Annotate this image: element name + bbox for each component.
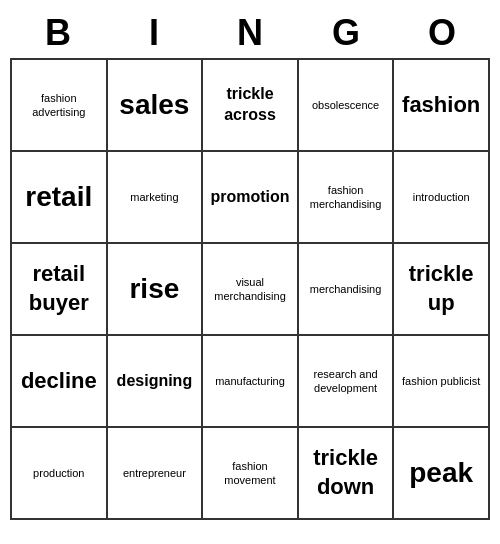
bingo-cell: visual merchandising xyxy=(203,244,299,336)
bingo-cell: rise xyxy=(108,244,204,336)
bingo-cell: fashion merchandising xyxy=(299,152,395,244)
cell-text: visual merchandising xyxy=(207,275,293,304)
header-letter: N xyxy=(202,8,298,58)
bingo-cell: peak xyxy=(394,428,490,520)
header-letter: O xyxy=(394,8,490,58)
bingo-cell: fashion movement xyxy=(203,428,299,520)
cell-text: promotion xyxy=(210,187,289,208)
bingo-cell: manufacturing xyxy=(203,336,299,428)
bingo-cell: research and development xyxy=(299,336,395,428)
cell-text: obsolescence xyxy=(312,98,379,112)
bingo-cell: trickle across xyxy=(203,60,299,152)
bingo-cell: sales xyxy=(108,60,204,152)
bingo-cell: fashion publicist xyxy=(394,336,490,428)
cell-text: introduction xyxy=(413,190,470,204)
bingo-cell: retail buyer xyxy=(12,244,108,336)
bingo-cell: production xyxy=(12,428,108,520)
cell-text: trickle up xyxy=(398,260,484,317)
cell-text: designing xyxy=(117,371,193,392)
bingo-cell: designing xyxy=(108,336,204,428)
cell-text: fashion movement xyxy=(207,459,293,488)
bingo-cell: retail xyxy=(12,152,108,244)
bingo-cell: marketing xyxy=(108,152,204,244)
bingo-cell: trickle down xyxy=(299,428,395,520)
bingo-cell: promotion xyxy=(203,152,299,244)
cell-text: research and development xyxy=(303,367,389,396)
cell-text: merchandising xyxy=(310,282,382,296)
bingo-cell: obsolescence xyxy=(299,60,395,152)
cell-text: trickle across xyxy=(207,84,293,126)
bingo-cell: entrepreneur xyxy=(108,428,204,520)
bingo-header: BINGO xyxy=(10,8,490,58)
cell-text: fashion xyxy=(402,91,480,120)
bingo-card: BINGO fashion advertisingsalestrickle ac… xyxy=(10,8,490,520)
cell-text: marketing xyxy=(130,190,178,204)
bingo-cell: decline xyxy=(12,336,108,428)
bingo-cell: merchandising xyxy=(299,244,395,336)
bingo-cell: introduction xyxy=(394,152,490,244)
cell-text: retail xyxy=(25,179,92,215)
cell-text: sales xyxy=(119,87,189,123)
header-letter: G xyxy=(298,8,394,58)
bingo-cell: fashion xyxy=(394,60,490,152)
cell-text: rise xyxy=(129,271,179,307)
cell-text: peak xyxy=(409,455,473,491)
bingo-cell: fashion advertising xyxy=(12,60,108,152)
cell-text: fashion merchandising xyxy=(303,183,389,212)
cell-text: production xyxy=(33,466,84,480)
cell-text: decline xyxy=(21,367,97,396)
header-letter: I xyxy=(106,8,202,58)
cell-text: fashion advertising xyxy=(16,91,102,120)
header-letter: B xyxy=(10,8,106,58)
bingo-cell: trickle up xyxy=(394,244,490,336)
cell-text: trickle down xyxy=(303,444,389,501)
cell-text: retail buyer xyxy=(16,260,102,317)
cell-text: entrepreneur xyxy=(123,466,186,480)
cell-text: fashion publicist xyxy=(402,374,480,388)
cell-text: manufacturing xyxy=(215,374,285,388)
bingo-grid: fashion advertisingsalestrickle acrossob… xyxy=(10,58,490,520)
